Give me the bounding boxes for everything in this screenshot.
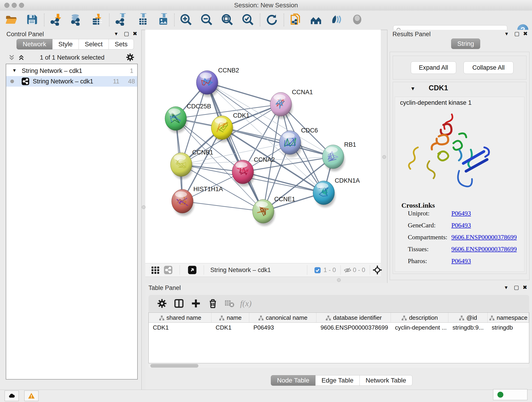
table-cell[interactable]: cyclin-dependent ... <box>391 323 448 332</box>
crosshair-icon[interactable] <box>373 265 382 276</box>
zoom-selected-icon[interactable] <box>241 13 255 27</box>
function-builder-icon[interactable]: f(x) <box>240 298 259 309</box>
network-node-CDKN1A[interactable]: CDKN1A <box>313 177 360 207</box>
warning-button[interactable] <box>24 390 38 401</box>
refresh-icon[interactable] <box>265 13 279 27</box>
export-table-icon[interactable] <box>135 13 148 27</box>
panel-close-icon[interactable]: ✖ <box>522 30 529 37</box>
panel-float-icon[interactable]: ▢ <box>513 284 520 291</box>
network-node-CCNB1[interactable]: CCNB1 <box>171 149 213 179</box>
selected-checkbox-icon[interactable] <box>314 267 321 275</box>
tab-style[interactable]: Style <box>52 39 79 50</box>
network-collection-row[interactable]: ▼ String Network – cdk1 1 <box>6 65 137 76</box>
panel-menu-icon[interactable]: ▾ <box>503 284 510 291</box>
tab-edge-table[interactable]: Edge Table <box>316 375 360 386</box>
eye-icon[interactable] <box>351 13 364 27</box>
toolbar-separator <box>284 13 284 26</box>
table-horizontal-scrollbar[interactable] <box>148 364 529 368</box>
control-panel-title: Control Panel <box>6 31 44 38</box>
zoom-in-icon[interactable] <box>180 13 193 27</box>
vertical-splitter-handle[interactable] <box>142 205 146 209</box>
network-node-HIST1H1A[interactable]: HIST1H1A <box>172 186 223 216</box>
grid-view-icon[interactable] <box>151 265 160 275</box>
birdseye-view-icon[interactable] <box>188 265 197 275</box>
share-network-icon[interactable] <box>164 265 173 275</box>
import-database-icon[interactable] <box>70 13 83 27</box>
crosslink-link[interactable]: P06493 <box>451 257 471 265</box>
panel-menu-icon[interactable]: ▾ <box>113 30 120 37</box>
export-image-icon[interactable] <box>156 13 169 27</box>
delete-table-icon[interactable] <box>224 298 234 309</box>
delete-column-trash-icon[interactable] <box>208 298 218 309</box>
collection-name: String Network – cdk1 <box>22 65 82 76</box>
tab-sets[interactable]: Sets <box>109 39 134 50</box>
panel-menu-icon[interactable]: ▾ <box>503 30 510 37</box>
table-cell[interactable]: CDK1 <box>211 323 249 332</box>
table-cell[interactable]: 9606.ENSP00000378699 <box>317 323 391 332</box>
memory-button[interactable]: Memory <box>493 389 527 400</box>
import-table-icon[interactable] <box>91 13 104 27</box>
table-toolbar: f(x) <box>148 295 529 312</box>
crosslink-link[interactable]: 9606.ENSP00000378699 <box>451 234 517 241</box>
cloud-button[interactable] <box>5 390 19 401</box>
create-column-plus-icon[interactable] <box>191 298 201 309</box>
gear-icon[interactable] <box>126 53 135 63</box>
scrollbar-thumb[interactable] <box>150 364 198 368</box>
table-cell[interactable]: stringdb <box>488 323 529 332</box>
column-header-shared-name[interactable]: shared name <box>149 313 211 323</box>
crosslink-link[interactable]: P06493 <box>451 222 471 229</box>
collapse-all-button[interactable]: Collapse All <box>463 61 513 74</box>
crosslink-link[interactable]: P06493 <box>451 210 471 217</box>
vertical-splitter-handle[interactable] <box>382 155 386 159</box>
table-cell[interactable]: stringdb:9... <box>448 323 488 332</box>
tab-select[interactable]: Select <box>79 39 109 50</box>
crosslink-link[interactable]: 9606.ENSP00000378699 <box>451 245 517 253</box>
section-collapse-icon[interactable]: ▼ <box>410 86 415 92</box>
documents-icon[interactable] <box>289 13 302 27</box>
save-session-icon[interactable] <box>26 13 39 27</box>
open-session-icon[interactable] <box>5 13 18 27</box>
zoom-fit-icon[interactable] <box>221 13 234 27</box>
expand-all-button[interactable]: Expand All <box>411 61 456 74</box>
network-row-selected[interactable]: String Network – cdk1 11 48 <box>6 76 137 87</box>
table-settings-gear-icon[interactable] <box>157 298 167 309</box>
gene-symbol: CDK1 <box>429 84 448 92</box>
gene-description: cyclin-dependent kinase 1 <box>400 99 472 106</box>
export-network-icon[interactable] <box>114 13 128 27</box>
column-header-database-identifier[interactable]: database identifier <box>317 313 391 323</box>
home-network-icon[interactable] <box>310 13 323 27</box>
node-table[interactable]: shared nameCDK1nameCDK1canonical nameP06… <box>148 313 529 363</box>
control-panel-tabs: NetworkStyleSelectSets <box>17 39 134 50</box>
tab-network-table[interactable]: Network Table <box>360 375 412 386</box>
tab-network[interactable]: Network <box>17 39 52 50</box>
tab-string[interactable]: String <box>451 38 480 49</box>
column-header-namespace[interactable]: namespace <box>488 313 529 323</box>
show-hide-panel-icon[interactable] <box>330 13 344 27</box>
show-columns-icon[interactable] <box>174 298 184 309</box>
column-header-name[interactable]: name <box>211 313 249 323</box>
expand-all-icon[interactable] <box>17 54 25 62</box>
network-tree: ▼ String Network – cdk1 1 String Network… <box>6 64 138 380</box>
tab-node-table[interactable]: Node Table <box>271 375 316 386</box>
hidden-eye-icon[interactable] <box>344 266 351 275</box>
panel-float-icon[interactable]: ▢ <box>123 30 130 37</box>
network-canvas[interactable]: CCNB2CCNA1CDC25BCDK1CDC6RB1CCNB1CCNA2CDK… <box>145 30 381 263</box>
column-header-@id[interactable]: @id <box>448 313 488 323</box>
panel-close-icon[interactable]: ✖ <box>132 30 138 37</box>
column-header-description[interactable]: description <box>391 313 448 323</box>
table-cell[interactable]: P06493 <box>249 323 317 332</box>
network-node-CCNA1[interactable]: CCNA1 <box>270 89 313 119</box>
horizontal-splitter-handle[interactable] <box>337 278 341 282</box>
column-header-canonical-name[interactable]: canonical name <box>249 313 317 323</box>
table-cell[interactable]: CDK1 <box>149 323 211 332</box>
panel-float-icon[interactable]: ▢ <box>513 30 520 37</box>
zoom-out-icon[interactable] <box>200 13 214 27</box>
tree-expand-icon[interactable]: ▼ <box>12 65 17 76</box>
network-edge[interactable] <box>182 201 263 211</box>
collapse-all-icon[interactable] <box>8 54 16 62</box>
import-network-icon[interactable] <box>50 13 63 27</box>
network-node-CCNE1[interactable]: CCNE1 <box>253 196 295 226</box>
network-node-CDC6[interactable]: CDC6 <box>279 127 318 157</box>
network-node-RB1[interactable]: RB1 <box>322 141 356 171</box>
panel-close-icon[interactable]: ✖ <box>521 284 528 291</box>
